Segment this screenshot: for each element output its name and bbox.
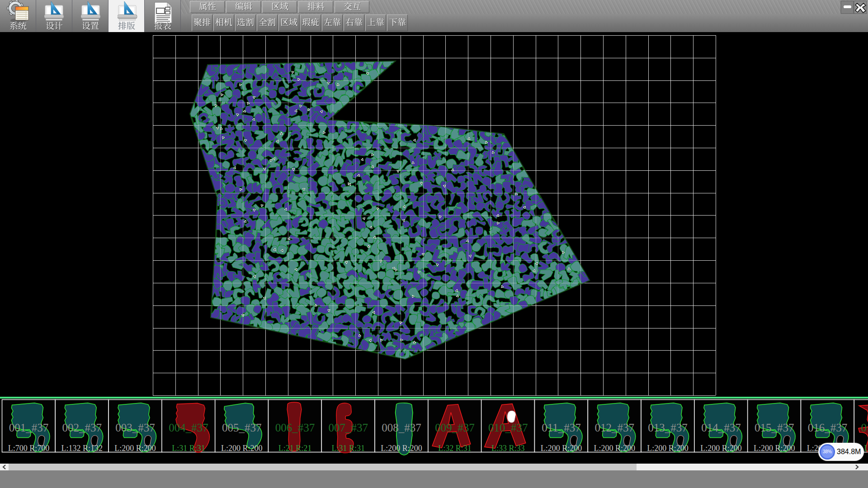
svg-text:006_#37: 006_#37 (275, 422, 315, 434)
svg-text:L:200 R:200: L:200 R:200 (594, 444, 636, 453)
svg-text:L:200 R:200: L:200 R:200 (381, 444, 422, 453)
svg-text:L:200 R:200: L:200 R:200 (754, 444, 795, 453)
svg-text:L:21 R:21: L:21 R:21 (278, 444, 312, 453)
svg-text:L:31 R:31: L:31 R:31 (172, 444, 205, 453)
svg-text:001_#37: 001_#37 (9, 422, 49, 434)
svg-text:L:200 R:200: L:200 R:200 (221, 444, 263, 453)
svg-text:L:31 R:31: L:31 R:31 (864, 444, 868, 453)
svg-text:008_#37: 008_#37 (382, 422, 421, 434)
svg-text:016_#37: 016_#37 (808, 422, 848, 434)
svg-text:L:200 R:200: L:200 R:200 (700, 444, 742, 453)
svg-text:009_#37: 009_#37 (435, 422, 475, 434)
svg-text:L:32 R:31: L:32 R:31 (438, 444, 472, 453)
svg-text:005_#37: 005_#37 (222, 422, 262, 434)
svg-text:L:31 R:31: L:31 R:31 (332, 444, 365, 453)
svg-text:011_#37: 011_#37 (542, 422, 581, 434)
svg-text:L:700 R:700: L:700 R:700 (8, 444, 50, 453)
svg-text:010_#37: 010_#37 (488, 422, 528, 434)
svg-text:015_#37: 015_#37 (755, 422, 794, 434)
svg-text:002_#37: 002_#37 (62, 422, 102, 434)
svg-text:L:33 R:33: L:33 R:33 (491, 444, 525, 453)
svg-text:012_#37: 012_#37 (595, 422, 635, 434)
svg-text:004_#37: 004_#37 (169, 422, 208, 434)
svg-text:014_#37: 014_#37 (701, 422, 741, 434)
svg-text:007_#37: 007_#37 (329, 422, 368, 434)
svg-text:L:200 R:200: L:200 R:200 (114, 444, 156, 453)
svg-text:L:200 R:200: L:200 R:200 (541, 444, 582, 453)
svg-text:L:200 R:200: L:200 R:200 (647, 444, 689, 453)
svg-text:003_#37: 003_#37 (115, 422, 155, 434)
svg-text:017_#37: 017_#37 (861, 422, 868, 434)
svg-text:L:132 R:132: L:132 R:132 (61, 444, 103, 453)
svg-text:013_#37: 013_#37 (648, 422, 688, 434)
